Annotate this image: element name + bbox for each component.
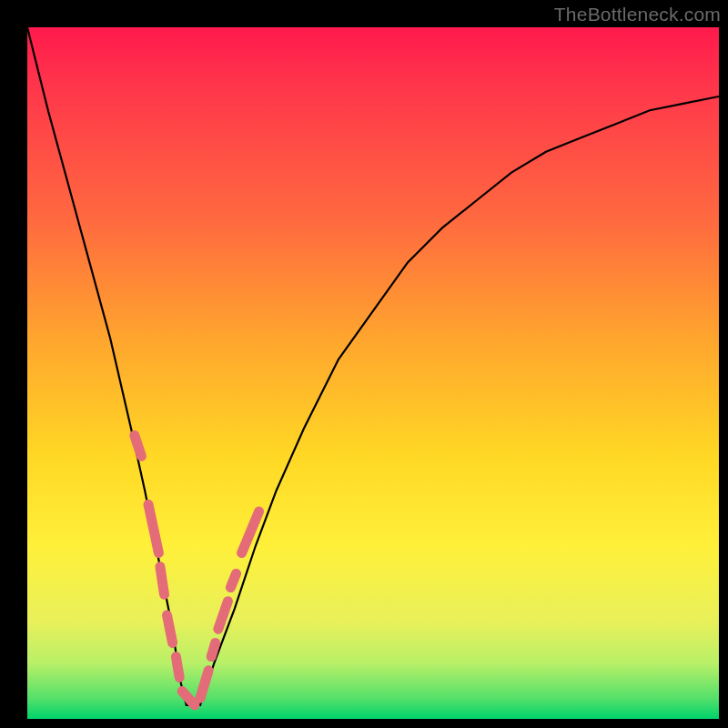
highlight-markers [135,435,259,704]
plot-area [27,27,719,719]
highlight-segment [211,642,216,656]
highlight-segment [218,602,228,629]
highlight-segment [230,573,236,587]
chart-frame: TheBottleneck.com [0,0,728,728]
highlight-segment [176,657,179,678]
highlight-segment [242,511,259,553]
highlight-segment [167,615,173,642]
highlight-segment [200,671,208,698]
highlight-segment [182,692,195,705]
highlight-segment [148,504,158,552]
bottleneck-curve-path [27,27,719,705]
highlight-segment [135,435,142,456]
curve-layer [27,27,719,719]
highlight-segment [160,567,165,594]
watermark-text: TheBottleneck.com [554,4,721,25]
